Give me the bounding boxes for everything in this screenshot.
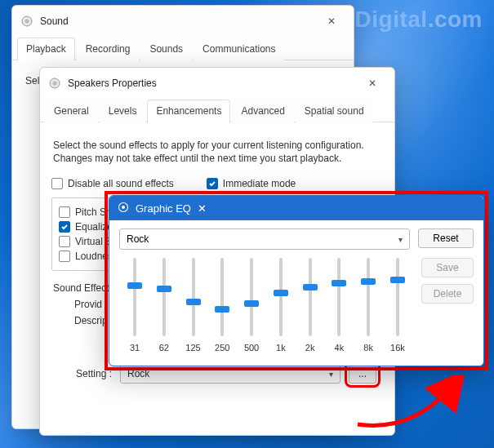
setting-value: Rock (127, 368, 149, 379)
slider-track[interactable] (337, 258, 340, 336)
tab-playback[interactable]: Playback (17, 38, 75, 60)
props-titlebar[interactable]: Speakers Properties ✕ (40, 68, 394, 99)
checkbox-icon (207, 178, 218, 189)
speaker-icon (48, 77, 61, 90)
chevron-down-icon: ▾ (398, 235, 403, 244)
sound-tabs: Playback Recording Sounds Communications (12, 37, 354, 60)
eq-band-62[interactable]: 62 (152, 258, 176, 353)
setting-label: Setting : (76, 368, 112, 379)
setting-more-button[interactable]: ... (349, 364, 376, 384)
eq-band-500[interactable]: 500 (239, 258, 264, 353)
tab-spatial-sound[interactable]: Spatial sound (296, 100, 373, 122)
disable-all-label: Disable all sound effects (68, 178, 174, 189)
slider-thumb[interactable] (274, 290, 288, 296)
sound-title: Sound (40, 16, 69, 27)
eq-band-16k[interactable]: 16k (385, 258, 410, 353)
eq-band-4k[interactable]: 4k (327, 258, 351, 353)
slider-thumb[interactable] (303, 284, 318, 291)
graphic-eq-window: Graphic EQ ✕ Rock ▾ Reset 31621252505001… (109, 195, 484, 366)
slider-thumb[interactable] (244, 300, 259, 307)
band-frequency-label: 4k (335, 343, 345, 353)
slider-thumb[interactable] (215, 306, 229, 313)
props-title: Speakers Properties (68, 78, 157, 89)
checkbox-icon (51, 178, 63, 189)
band-frequency-label: 250 (215, 343, 229, 353)
disable-all-checkbox[interactable]: Disable all sound effects (51, 178, 174, 189)
checkbox-icon (59, 236, 70, 247)
close-icon[interactable]: ✕ (358, 74, 386, 92)
reset-button[interactable]: Reset (418, 228, 474, 248)
tab-recording[interactable]: Recording (77, 38, 140, 60)
sound-titlebar[interactable]: Sound ✕ (12, 6, 354, 37)
slider-track[interactable] (250, 258, 253, 336)
close-icon[interactable]: ✕ (191, 200, 214, 216)
band-frequency-label: 16k (390, 343, 405, 353)
band-frequency-label: 1k (276, 343, 286, 353)
slider-thumb[interactable] (332, 280, 346, 286)
tab-advanced[interactable]: Advanced (232, 100, 293, 122)
close-icon[interactable]: ✕ (318, 12, 345, 30)
eq-band-8k[interactable]: 8k (356, 258, 381, 353)
band-frequency-label: 500 (244, 343, 259, 353)
slider-track[interactable] (133, 258, 136, 336)
svg-point-5 (122, 206, 125, 209)
tab-levels[interactable]: Levels (100, 100, 146, 122)
band-frequency-label: 31 (130, 343, 140, 353)
svg-point-3 (53, 82, 57, 86)
slider-track[interactable] (396, 258, 399, 336)
immediate-mode-checkbox[interactable]: Immediate mode (207, 178, 296, 189)
eq-preset-combobox[interactable]: Rock ▾ (119, 228, 410, 250)
eq-sliders: 31621252505001k2k4k8k16k (119, 256, 413, 353)
eq-titlebar[interactable]: Graphic EQ ✕ (109, 196, 483, 220)
tab-enhancements[interactable]: Enhancements (147, 100, 230, 122)
band-frequency-label: 2k (305, 343, 315, 353)
immediate-mode-label: Immediate mode (223, 178, 296, 189)
save-button[interactable]: Save (421, 258, 474, 277)
band-frequency-label: 125 (185, 343, 200, 353)
enhancements-description: Select the sound effects to apply for yo… (53, 139, 381, 165)
slider-track[interactable] (309, 258, 312, 336)
delete-button[interactable]: Delete (421, 284, 474, 304)
eq-preset-value: Rock (127, 233, 149, 245)
slider-track[interactable] (220, 258, 224, 336)
chevron-down-icon: ▾ (329, 370, 333, 379)
slider-track[interactable] (279, 258, 283, 336)
slider-track[interactable] (162, 258, 166, 336)
checkbox-icon (59, 206, 70, 218)
tab-general[interactable]: General (45, 100, 98, 122)
slider-track[interactable] (367, 258, 370, 336)
slider-thumb[interactable] (127, 282, 142, 289)
eq-icon (118, 202, 129, 215)
tab-sounds[interactable]: Sounds (140, 38, 192, 60)
props-tabs: General Levels Enhancements Advanced Spa… (40, 99, 394, 122)
checkbox-icon (59, 221, 70, 233)
setting-combobox[interactable]: Rock ▾ (120, 364, 340, 384)
speaker-icon (20, 15, 33, 28)
eq-band-125[interactable]: 125 (181, 258, 206, 353)
eq-band-2k[interactable]: 2k (298, 258, 323, 353)
slider-thumb[interactable] (390, 277, 405, 283)
eq-band-250[interactable]: 250 (210, 258, 234, 353)
eq-band-31[interactable]: 31 (122, 258, 147, 353)
slider-thumb[interactable] (157, 286, 171, 292)
slider-thumb[interactable] (361, 278, 376, 285)
band-frequency-label: 62 (159, 343, 169, 353)
eq-band-1k[interactable]: 1k (269, 258, 293, 353)
eq-title: Graphic EQ (136, 202, 191, 215)
svg-point-1 (25, 20, 29, 24)
slider-track[interactable] (192, 258, 195, 336)
slider-thumb[interactable] (186, 299, 201, 305)
checkbox-icon (59, 251, 70, 262)
band-frequency-label: 8k (363, 343, 373, 353)
tab-communications[interactable]: Communications (194, 38, 284, 60)
